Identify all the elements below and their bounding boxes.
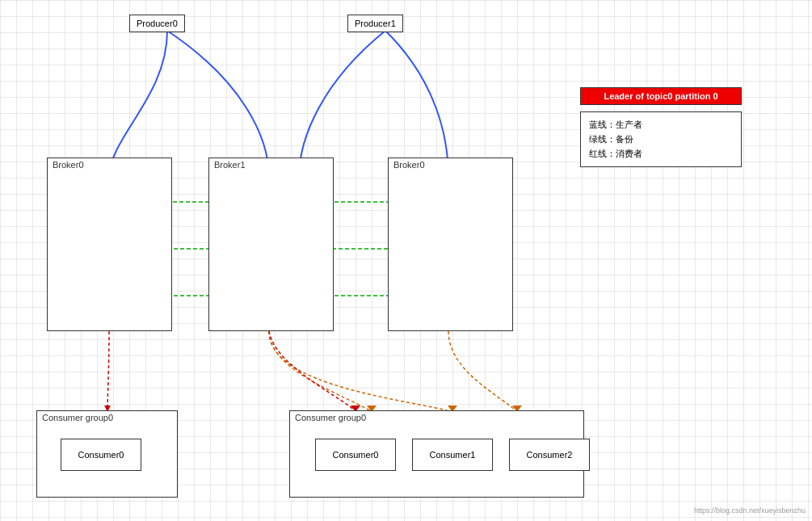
- legend-line2: 绿线：备份: [589, 133, 733, 145]
- broker1-mid-box: Broker1: [208, 158, 334, 331]
- consumer-group0-left-label: Consumer group0: [42, 413, 113, 422]
- broker0-right-box: Broker0: [388, 158, 513, 331]
- broker0-left-label: Broker0: [53, 160, 84, 170]
- watermark: https://blog.csdn.net/xueyisbenzhu: [694, 506, 806, 515]
- consumer0-left: Consumer0: [61, 439, 141, 471]
- producer0-label: Producer0: [129, 15, 185, 32]
- consumer0-right: Consumer0: [315, 439, 396, 471]
- legend-line3: 红线：消费者: [589, 148, 733, 160]
- broker0-left-box: Broker0: [47, 158, 172, 331]
- legend-box: 蓝线：生产者 绿线：备份 红线：消费者: [580, 111, 742, 167]
- producer1-label: Producer1: [347, 15, 403, 32]
- consumer1-right: Consumer1: [412, 439, 493, 471]
- legend-title: Leader of topic0 partition 0: [580, 87, 742, 105]
- legend-line1: 蓝线：生产者: [589, 119, 733, 131]
- broker1-mid-label: Broker1: [214, 160, 246, 170]
- broker0-right-label: Broker0: [393, 160, 425, 170]
- consumer-group0-right-label: Consumer group0: [295, 413, 366, 422]
- consumer2-right: Consumer2: [509, 439, 590, 471]
